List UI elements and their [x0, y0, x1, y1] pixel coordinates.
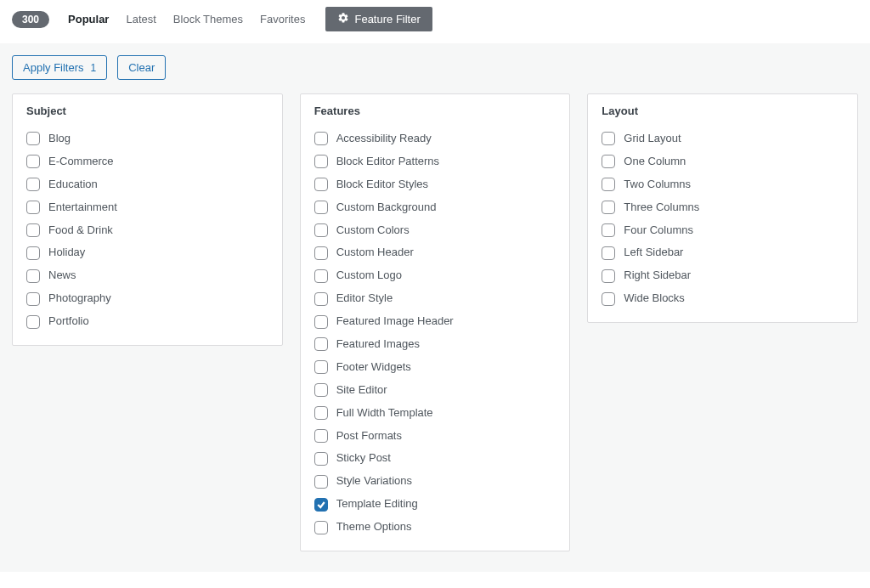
filter-option[interactable]: Three Columns [602, 196, 844, 219]
filter-option[interactable]: Portfolio [26, 310, 268, 333]
filter-option[interactable]: Two Columns [602, 173, 844, 196]
checkbox[interactable] [314, 429, 328, 443]
filter-option[interactable]: Style Variations [314, 470, 556, 493]
filter-option-label: Theme Options [336, 520, 412, 534]
filter-option[interactable]: Accessibility Ready [314, 127, 556, 150]
checkbox[interactable] [602, 246, 615, 260]
filter-option[interactable]: Photography [26, 287, 268, 310]
checkbox[interactable] [26, 292, 40, 306]
filter-option[interactable]: Entertainment [26, 196, 268, 219]
tab-popular[interactable]: Popular [59, 9, 117, 29]
checkbox[interactable] [314, 132, 328, 145]
filter-option[interactable]: Custom Logo [314, 264, 556, 287]
checkbox-checked[interactable] [314, 498, 328, 512]
checkbox[interactable] [26, 155, 40, 168]
checkbox[interactable] [314, 315, 328, 329]
filter-option[interactable]: Featured Image Header [314, 310, 556, 333]
filter-option[interactable]: Food & Drink [26, 219, 268, 242]
checkbox[interactable] [314, 201, 328, 214]
checkbox[interactable] [314, 406, 328, 420]
filter-option[interactable]: Sticky Post [314, 447, 556, 470]
tab-block-themes[interactable]: Block Themes [165, 9, 251, 29]
filter-actions: Apply Filters 1 Clear [12, 55, 858, 80]
checkbox[interactable] [602, 201, 615, 214]
filter-option[interactable]: Full Width Template [314, 402, 556, 425]
filter-option-label: Editor Style [336, 291, 393, 306]
filter-option[interactable]: Block Editor Patterns [314, 150, 556, 173]
checkbox[interactable] [602, 269, 615, 283]
filter-option[interactable]: Featured Images [314, 333, 556, 356]
filter-option-label: Four Columns [624, 223, 693, 238]
filter-option[interactable]: Custom Colors [314, 219, 556, 242]
checkbox[interactable] [602, 223, 615, 237]
filter-option-label: Three Columns [624, 201, 699, 215]
checkbox[interactable] [314, 246, 328, 260]
checkbox[interactable] [26, 178, 40, 191]
checkbox[interactable] [26, 132, 40, 145]
checkbox[interactable] [602, 132, 615, 145]
filter-option[interactable]: Footer Widgets [314, 356, 556, 379]
filter-option[interactable]: Four Columns [602, 219, 844, 242]
filter-option[interactable]: Grid Layout [602, 127, 844, 150]
checkbox[interactable] [314, 383, 328, 397]
filter-option[interactable]: Block Editor Styles [314, 173, 556, 196]
checkbox[interactable] [602, 155, 615, 168]
filter-option[interactable]: Left Sidebar [602, 241, 844, 264]
checkbox[interactable] [314, 521, 328, 534]
tab-favorites[interactable]: Favorites [251, 9, 314, 29]
checkbox[interactable] [602, 178, 615, 191]
tab-latest[interactable]: Latest [117, 9, 164, 29]
filter-option-label: Custom Logo [336, 269, 402, 283]
checkbox[interactable] [314, 178, 328, 191]
feature-filter-button[interactable]: Feature Filter [325, 7, 432, 31]
filter-option-label: Education [48, 178, 98, 192]
filter-option[interactable]: Right Sidebar [602, 264, 844, 287]
checkbox[interactable] [314, 223, 328, 237]
filter-option[interactable]: E-Commerce [26, 150, 268, 173]
filter-option[interactable]: Custom Background [314, 196, 556, 219]
filter-option[interactable]: Holiday [26, 241, 268, 264]
feature-filter-label: Feature Filter [354, 13, 420, 25]
checkbox[interactable] [314, 269, 328, 283]
checkbox[interactable] [314, 360, 328, 374]
checkbox[interactable] [314, 292, 328, 306]
checkbox[interactable] [602, 292, 615, 306]
filter-option-label: Entertainment [48, 201, 117, 215]
filter-option-label: Portfolio [48, 314, 89, 329]
apply-filters-count: 1 [91, 62, 97, 74]
theme-count-badge: 300 [12, 11, 49, 28]
filter-option-label: Custom Header [336, 246, 414, 260]
filter-group-title: Subject [26, 105, 268, 117]
filter-option[interactable]: One Column [602, 150, 844, 173]
filter-option[interactable]: Custom Header [314, 241, 556, 264]
clear-button[interactable]: Clear [117, 55, 166, 80]
checkbox[interactable] [314, 452, 328, 466]
filter-option-label: News [48, 269, 76, 283]
filter-option[interactable]: Theme Options [314, 516, 556, 539]
checkbox[interactable] [26, 315, 40, 329]
filter-option-label: Two Columns [624, 178, 691, 192]
filter-group-subject: SubjectBlogE-CommerceEducationEntertainm… [12, 93, 283, 346]
filter-option[interactable]: Editor Style [314, 287, 556, 310]
filter-panel: Apply Filters 1 Clear SubjectBlogE-Comme… [0, 43, 870, 572]
filter-option-label: Right Sidebar [624, 269, 691, 283]
filter-option[interactable]: Education [26, 173, 268, 196]
filter-option[interactable]: Template Editing [314, 493, 556, 516]
filter-option-label: Style Variations [336, 474, 412, 489]
checkbox[interactable] [314, 475, 328, 489]
apply-filters-button[interactable]: Apply Filters 1 [12, 55, 107, 80]
filter-option[interactable]: Site Editor [314, 379, 556, 402]
checkbox[interactable] [314, 337, 328, 351]
checkbox[interactable] [26, 246, 40, 260]
filter-option[interactable]: Wide Blocks [602, 287, 844, 310]
filter-option-label: One Column [624, 155, 686, 169]
tabs-bar: 300 PopularLatestBlock ThemesFavorites F… [0, 0, 870, 43]
filter-option[interactable]: Post Formats [314, 425, 556, 448]
filter-option[interactable]: News [26, 264, 268, 287]
checkbox[interactable] [26, 223, 40, 237]
checkbox[interactable] [26, 269, 40, 283]
filter-option[interactable]: Blog [26, 127, 268, 150]
checkbox[interactable] [26, 201, 40, 214]
filter-option-label: Left Sidebar [624, 246, 683, 260]
checkbox[interactable] [314, 155, 328, 168]
